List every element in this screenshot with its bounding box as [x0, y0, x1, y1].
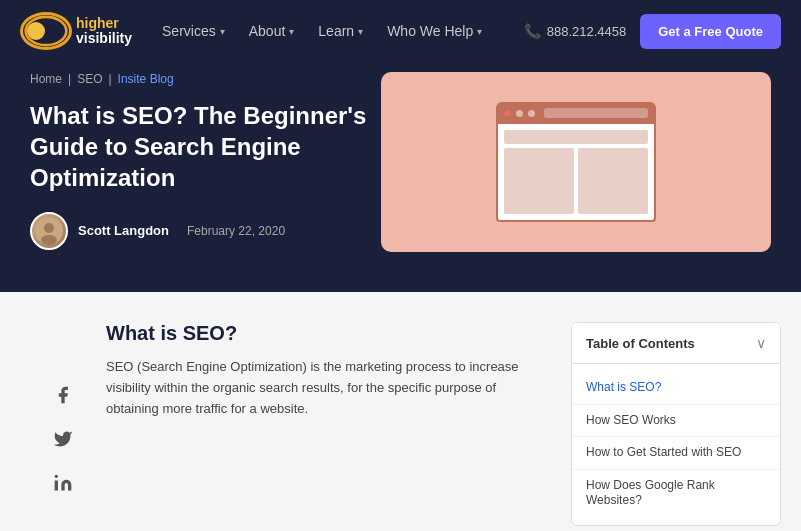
nav-learn[interactable]: Learn ▾ [308, 15, 373, 47]
toc-item[interactable]: How SEO Works [572, 405, 780, 438]
nav-services[interactable]: Services ▾ [152, 15, 235, 47]
cta-button[interactable]: Get a Free Quote [640, 14, 781, 49]
toc-item[interactable]: How to Get Started with SEO [572, 437, 780, 470]
breadcrumb-current[interactable]: Insite Blog [118, 72, 174, 86]
browser-url-bar [544, 108, 648, 118]
author-date: February 22, 2020 [187, 224, 285, 238]
svg-point-5 [55, 475, 58, 478]
table-of-contents: Table of Contents ∨ What is SEO? How SEO… [571, 322, 781, 526]
svg-point-1 [28, 24, 42, 38]
author-row: Scott Langdon February 22, 2020 [30, 212, 381, 250]
phone-icon: 📞 [524, 23, 541, 39]
article-intro: SEO (Search Engine Optimization) is the … [106, 357, 551, 419]
facebook-icon[interactable] [50, 382, 76, 408]
header: highervisibility Services ▾ About ▾ Lear… [0, 0, 801, 62]
browser-body [496, 124, 656, 222]
browser-dot [528, 110, 535, 117]
author-name: Scott Langdon [78, 223, 169, 238]
svg-point-4 [41, 235, 57, 245]
article-content: What is SEO? SEO (Search Engine Optimiza… [106, 322, 551, 526]
svg-point-0 [26, 17, 67, 45]
toc-items: What is SEO? How SEO Works How to Get St… [572, 364, 780, 525]
logo-oval [20, 12, 72, 50]
browser-top-content [504, 130, 648, 144]
browser-panel-right [578, 148, 648, 214]
logo[interactable]: highervisibility [20, 12, 132, 50]
main-content: What is SEO? SEO (Search Engine Optimiza… [0, 292, 801, 531]
phone-number[interactable]: 📞 888.212.4458 [524, 23, 627, 39]
toc-item[interactable]: How Does Google Rank Websites? [572, 470, 780, 517]
toc-title: Table of Contents [586, 336, 695, 351]
toc-item[interactable]: What is SEO? [572, 372, 780, 405]
chevron-down-icon: ▾ [220, 26, 225, 37]
nav-who-we-help[interactable]: Who We Help ▾ [377, 15, 492, 47]
chevron-down-icon: ∨ [756, 335, 766, 351]
browser-panel-left [504, 148, 574, 214]
breadcrumb-home[interactable]: Home [30, 72, 62, 86]
toc-header[interactable]: Table of Contents ∨ [572, 323, 780, 364]
author-avatar [30, 212, 68, 250]
chevron-down-icon: ▾ [358, 26, 363, 37]
main-nav: Services ▾ About ▾ Learn ▾ Who We Help ▾ [152, 15, 514, 47]
browser-dot [516, 110, 523, 117]
browser-bar [496, 102, 656, 124]
hero-content: Home | SEO | Insite Blog What is SEO? Th… [30, 62, 381, 250]
social-sidebar [50, 382, 76, 526]
svg-point-3 [44, 223, 54, 233]
twitter-icon[interactable] [50, 426, 76, 452]
browser-dot [504, 110, 511, 117]
browser-mockup [496, 102, 656, 222]
nav-about[interactable]: About ▾ [239, 15, 305, 47]
breadcrumb-seo[interactable]: SEO [77, 72, 102, 86]
hero-section: Home | SEO | Insite Blog What is SEO? Th… [0, 62, 801, 292]
article-title: What is SEO? The Beginner's Guide to Sea… [30, 100, 381, 194]
logo-text: highervisibility [76, 16, 132, 47]
linkedin-icon[interactable] [50, 470, 76, 496]
breadcrumb: Home | SEO | Insite Blog [30, 72, 381, 86]
chevron-down-icon: ▾ [289, 26, 294, 37]
hero-illustration [381, 72, 771, 252]
article-heading: What is SEO? [106, 322, 551, 345]
chevron-down-icon: ▾ [477, 26, 482, 37]
